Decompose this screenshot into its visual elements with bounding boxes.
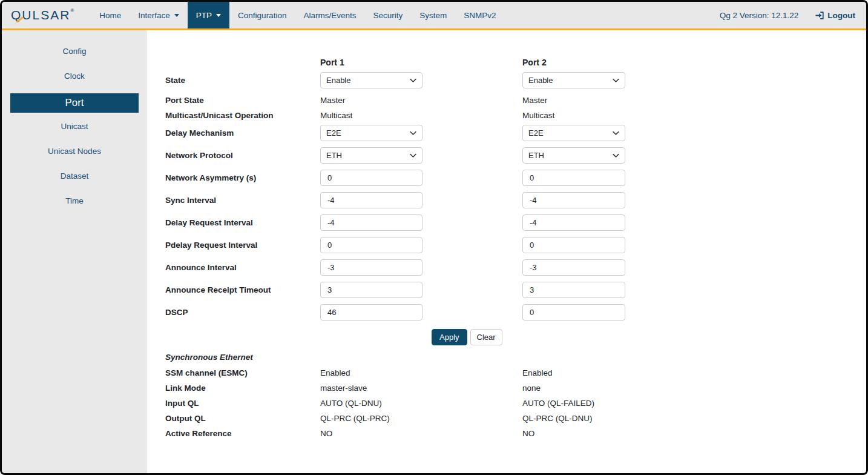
qulsar-logo: QULSAR® [11, 8, 75, 22]
pdelay-request-interval-label: Pdelay Request Interval [165, 241, 320, 250]
ssm-channel-value-port1: Enabled [320, 368, 422, 377]
nav-item-home[interactable]: Home [91, 2, 130, 28]
network-asymmetry-input-port2[interactable] [522, 170, 625, 186]
sidebar-item-clock[interactable]: Clock [2, 68, 147, 83]
sidebar-item-label: Unicast Nodes [48, 147, 101, 156]
nav-item-ptp[interactable]: PTP [188, 2, 229, 28]
nav-label: Interface [138, 11, 170, 20]
body: Config Clock Port Unicast Unicast Nodes … [2, 30, 866, 473]
sidebar-item-label: Time [65, 196, 84, 205]
sidebar-item-unicast-nodes[interactable]: Unicast Nodes [2, 144, 147, 158]
sidebar-item-unicast[interactable]: Unicast [2, 119, 147, 133]
network-asymmetry-input-port1[interactable] [320, 170, 422, 186]
chevron-down-icon [216, 14, 221, 17]
navbar-right: Qg 2 Version: 12.1.22 Logout [720, 2, 866, 28]
delay-mechanism-label: Delay Mechanism [165, 128, 320, 138]
output-ql-value-port1: QL-PRC (QL-PRC) [320, 414, 422, 423]
nav-label: Security [373, 11, 403, 20]
pdelay-request-interval-input-port1[interactable] [320, 237, 422, 253]
announce-receipt-timeout-row: Announce Receipt Timeout [165, 282, 866, 298]
nav-item-system[interactable]: System [411, 2, 455, 28]
delay-mechanism-row: Delay Mechanism E2E E2E [165, 125, 866, 141]
sync-ethernet-section-title: Synchronous Ethernet [165, 351, 866, 362]
output-ql-label: Output QL [165, 414, 320, 423]
network-protocol-label: Network Protocol [165, 151, 320, 160]
sidebar-item-label: Dataset [61, 171, 89, 181]
chevron-down-icon [174, 14, 179, 17]
sync-interval-input-port1[interactable] [320, 192, 422, 208]
port-state-row: Port State Master Master [165, 95, 866, 105]
apply-button[interactable]: Apply [432, 329, 467, 345]
ssm-channel-row: SSM channel (ESMC) Enabled Enabled [165, 367, 866, 378]
port-state-label: Port State [165, 96, 320, 105]
delay-request-interval-input-port2[interactable] [522, 214, 625, 231]
output-ql-value-port2: QL-PRC (QL-DNU) [522, 414, 625, 423]
nav-label: System [419, 11, 447, 20]
announce-interval-input-port1[interactable] [320, 259, 422, 276]
input-ql-row: Input QL AUTO (QL-DNU) AUTO (QL-FAILED) [165, 397, 866, 408]
nav-item-configuration[interactable]: Configuration [229, 2, 295, 28]
column-headers-row: Port 1 Port 2 [165, 57, 866, 68]
output-ql-row: Output QL QL-PRC (QL-PRC) QL-PRC (QL-DNU… [165, 413, 866, 424]
input-ql-value-port1: AUTO (QL-DNU) [320, 399, 422, 408]
network-protocol-select-port1[interactable]: ETH [320, 147, 422, 164]
sync-interval-row: Sync Interval [165, 192, 866, 208]
multicast-unicast-value-port1: Multicast [320, 111, 422, 120]
delay-mechanism-select-port2[interactable]: E2E [522, 125, 625, 141]
sidebar-item-label: Clock [64, 71, 85, 81]
logout-icon [815, 11, 824, 20]
port-state-value-port1: Master [320, 96, 422, 105]
nav-item-interface[interactable]: Interface [130, 2, 188, 28]
state-label: State [165, 76, 320, 85]
delay-request-interval-label: Delay Request Interval [165, 218, 320, 227]
delay-mechanism-select-port1[interactable]: E2E [320, 125, 422, 141]
link-mode-label: Link Mode [165, 384, 320, 393]
state-select-port2[interactable]: Enable [522, 72, 625, 88]
announce-receipt-timeout-label: Announce Receipt Timeout [165, 285, 320, 294]
logout-label: Logout [827, 11, 855, 20]
dscp-row: DSCP [165, 304, 866, 321]
network-asymmetry-row: Network Asymmetry (s) [165, 170, 866, 186]
port-settings-panel: Port 1 Port 2 State Enable Enable Port S… [147, 30, 866, 473]
announce-receipt-timeout-input-port1[interactable] [320, 282, 422, 298]
version-text: Qg 2 Version: 12.1.22 [720, 11, 799, 20]
logout-button[interactable]: Logout [815, 11, 855, 20]
main-nav: Home Interface PTP Configuration Alarms/… [91, 2, 504, 28]
announce-interval-input-port2[interactable] [522, 259, 625, 276]
dscp-label: DSCP [165, 308, 320, 317]
state-select-port1[interactable]: Enable [320, 72, 422, 88]
dscp-input-port1[interactable] [320, 304, 422, 321]
port2-column-header: Port 2 [522, 58, 625, 67]
multicast-unicast-row: Multicast/Unicast Operation Multicast Mu… [165, 110, 866, 121]
clear-button[interactable]: Clear [470, 329, 502, 345]
sidebar-item-dataset[interactable]: Dataset [2, 168, 147, 183]
top-navbar: QULSAR® Home Interface PTP Configuration… [2, 2, 866, 30]
ssm-channel-label: SSM channel (ESMC) [165, 368, 320, 377]
sidebar-item-port[interactable]: Port [10, 93, 139, 113]
multicast-unicast-value-port2: Multicast [522, 111, 625, 120]
link-mode-row: Link Mode master-slave none [165, 382, 866, 393]
announce-receipt-timeout-input-port2[interactable] [522, 282, 625, 298]
nav-item-alarms-events[interactable]: Alarms/Events [295, 2, 364, 28]
logo-text: ULSAR [22, 8, 70, 22]
ssm-channel-value-port2: Enabled [522, 368, 625, 377]
nav-label: PTP [196, 11, 212, 20]
input-ql-label: Input QL [165, 399, 320, 408]
link-mode-value-port2: none [522, 384, 625, 393]
delay-request-interval-input-port1[interactable] [320, 214, 422, 231]
network-protocol-row: Network Protocol ETH ETH [165, 147, 866, 164]
input-ql-value-port2: AUTO (QL-FAILED) [522, 399, 625, 408]
network-protocol-select-port2[interactable]: ETH [522, 147, 625, 164]
sidebar-item-config[interactable]: Config [2, 44, 147, 58]
nav-item-security[interactable]: Security [364, 2, 411, 28]
logo-q-glyph: Q [11, 8, 22, 22]
brand-logo[interactable]: QULSAR® [2, 2, 91, 28]
dscp-input-port2[interactable] [522, 304, 625, 321]
nav-item-snmpv2[interactable]: SNMPv2 [455, 2, 504, 28]
sidebar-item-time[interactable]: Time [2, 193, 147, 208]
pdelay-request-interval-input-port2[interactable] [522, 237, 625, 253]
link-mode-value-port1: master-slave [320, 384, 422, 393]
state-row: State Enable Enable [165, 72, 866, 88]
sync-interval-input-port2[interactable] [522, 192, 625, 208]
active-reference-label: Active Reference [165, 429, 320, 438]
